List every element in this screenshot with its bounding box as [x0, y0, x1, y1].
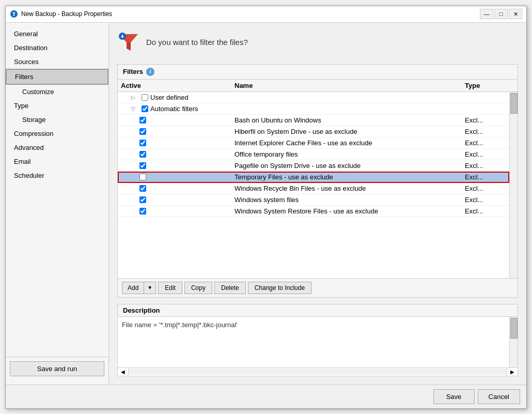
description-header: Description — [118, 304, 518, 317]
sidebar-item-storage[interactable]: Storage — [6, 113, 108, 127]
filter-type-cell: Excl... — [465, 207, 506, 215]
filter-checkbox[interactable] — [139, 196, 146, 203]
table-row[interactable]: Windows System Restore Files - use as ex… — [118, 206, 509, 217]
description-panel: Description File name = '*.tmp|*.temp|*.… — [117, 304, 518, 376]
hscroll-track[interactable] — [129, 369, 507, 375]
sidebar-item-sources[interactable]: Sources — [6, 55, 108, 69]
filter-type-cell: Excl... — [465, 116, 506, 124]
description-text: File name = '*.tmp|*.temp|*.bkc-journal' — [122, 321, 238, 329]
filter-type-cell: Excl... — [465, 128, 506, 135]
table-scrollbar[interactable] — [509, 92, 518, 278]
app-icon — [10, 10, 18, 18]
header-section: Do you want to filter the files? — [117, 31, 518, 58]
filters-table-body: ▷ User defined — [118, 92, 509, 278]
filter-checkbox[interactable] — [139, 128, 146, 135]
filter-checkbox[interactable] — [142, 105, 148, 112]
sidebar-item-destination[interactable]: Destination — [6, 41, 108, 55]
title-bar: New Backup - Backup Properties — □ ✕ — [6, 6, 526, 23]
col-type: Type — [465, 82, 506, 89]
row-active-cell — [121, 162, 234, 169]
row-active-cell: ▷ User defined — [121, 94, 234, 101]
bottom-bar: Save Cancel — [6, 385, 526, 408]
col-active: Active — [121, 82, 234, 89]
table-row[interactable]: Windows Recycle Bin Files - use as exclu… — [118, 183, 509, 194]
filters-header: Filters i — [118, 65, 518, 80]
table-row[interactable]: Pagefile on System Drive - use as exclud… — [118, 160, 509, 172]
sidebar-item-compression[interactable]: Compression — [6, 127, 108, 141]
filter-checkbox[interactable] — [142, 94, 148, 101]
funnel-icon — [117, 31, 140, 54]
sidebar-item-general[interactable]: General — [6, 27, 108, 41]
filter-checkbox[interactable] — [139, 162, 146, 169]
row-active-cell — [121, 208, 234, 214]
maximize-button[interactable]: □ — [494, 9, 508, 19]
scroll-left-button[interactable]: ◀ — [118, 368, 129, 376]
table-header: Active Name Type — [118, 80, 518, 92]
sidebar-item-filters[interactable]: Filters — [6, 69, 108, 85]
row-active-cell — [121, 185, 234, 192]
window-body: General Destination Sources Filters Cust… — [6, 23, 526, 385]
main-window: New Backup - Backup Properties — □ ✕ Gen… — [5, 6, 527, 409]
change-to-include-button[interactable]: Change to Include — [248, 282, 311, 294]
info-icon[interactable]: i — [146, 68, 154, 76]
svg-rect-5 — [122, 35, 123, 36]
filter-name-cell: Pagefile on System Drive - use as exclud… — [234, 162, 465, 170]
close-button[interactable]: ✕ — [509, 9, 522, 19]
filter-checkbox[interactable] — [139, 151, 146, 158]
delete-button[interactable]: Delete — [214, 282, 246, 294]
add-button[interactable]: Add — [122, 282, 144, 294]
desc-scrollbar-h: ◀ ▶ — [118, 367, 518, 376]
scrollbar-thumb — [510, 93, 518, 114]
filter-name-cell: Windows System Restore Files - use as ex… — [234, 207, 465, 215]
filters-table-area: Active Name Type ▷ — [118, 80, 518, 297]
add-button-group: Add ▼ — [122, 282, 156, 294]
filter-checkbox[interactable] — [139, 208, 146, 214]
edit-button[interactable]: Edit — [158, 282, 182, 294]
sidebar-item-scheduler[interactable]: Scheduler — [6, 168, 108, 182]
save-button[interactable]: Save — [433, 389, 475, 404]
row-active-cell — [121, 140, 234, 146]
cancel-button[interactable]: Cancel — [478, 389, 520, 404]
filter-name-cell: Windows system files — [234, 196, 465, 204]
copy-button[interactable]: Copy — [184, 282, 212, 294]
filter-label: User defined — [150, 94, 189, 101]
filters-panel: Filters i Active Name Type — [117, 64, 518, 298]
desc-scrollbar-thumb — [510, 318, 518, 339]
sidebar-item-advanced[interactable]: Advanced — [6, 141, 108, 155]
table-row[interactable]: ▽ Automatic filters — [118, 103, 509, 115]
table-row[interactable]: Internet Explorer Cache Files - use as e… — [118, 137, 509, 149]
table-row[interactable]: Windows system files Excl... — [118, 194, 509, 206]
table-row[interactable]: ▷ User defined — [118, 92, 509, 103]
title-bar-controls: — □ ✕ — [480, 9, 522, 19]
desc-scrollbar-v[interactable] — [509, 317, 518, 367]
scroll-right-button[interactable]: ▶ — [507, 368, 518, 376]
minimize-button[interactable]: — — [480, 9, 493, 19]
filter-checkbox[interactable] — [139, 185, 146, 192]
filter-name-cell: Internet Explorer Cache Files - use as e… — [234, 139, 465, 147]
table-row-selected[interactable]: Temporary Files - use as exclude Excl... — [118, 172, 509, 183]
table-row[interactable]: Bash on Ubuntu on Windows Excl... — [118, 115, 509, 126]
row-active-cell — [121, 128, 234, 135]
filters-title: Filters — [123, 68, 143, 75]
tree-expand: ▷ — [131, 95, 139, 100]
filter-name-cell: Bash on Ubuntu on Windows — [234, 116, 465, 124]
row-active-cell — [121, 196, 234, 203]
filter-name-cell: Office temporary files — [234, 150, 465, 158]
sidebar-item-customize[interactable]: Customize — [6, 85, 108, 99]
window-title: New Backup - Backup Properties — [21, 10, 112, 18]
sidebar-bottom: Save and run — [6, 357, 108, 380]
filter-type-cell: Excl... — [465, 173, 506, 181]
main-content: Do you want to filter the files? Filters… — [109, 23, 526, 385]
filter-checkbox[interactable] — [139, 117, 146, 124]
save-run-button[interactable]: Save and run — [10, 361, 104, 376]
sidebar-item-email[interactable]: Email — [6, 155, 108, 168]
table-row[interactable]: Hiberfil on System Drive - use as exclud… — [118, 126, 509, 137]
sidebar-item-type[interactable]: Type — [6, 99, 108, 113]
table-row[interactable]: Office temporary files Excl... — [118, 149, 509, 160]
filter-type-cell: Excl... — [465, 196, 506, 204]
row-active-cell — [121, 117, 234, 124]
add-dropdown-button[interactable]: ▼ — [144, 282, 156, 294]
filter-checkbox[interactable] — [139, 174, 146, 180]
filter-checkbox[interactable] — [139, 140, 146, 146]
filter-name-cell: Windows Recycle Bin Files - use as exclu… — [234, 185, 465, 192]
